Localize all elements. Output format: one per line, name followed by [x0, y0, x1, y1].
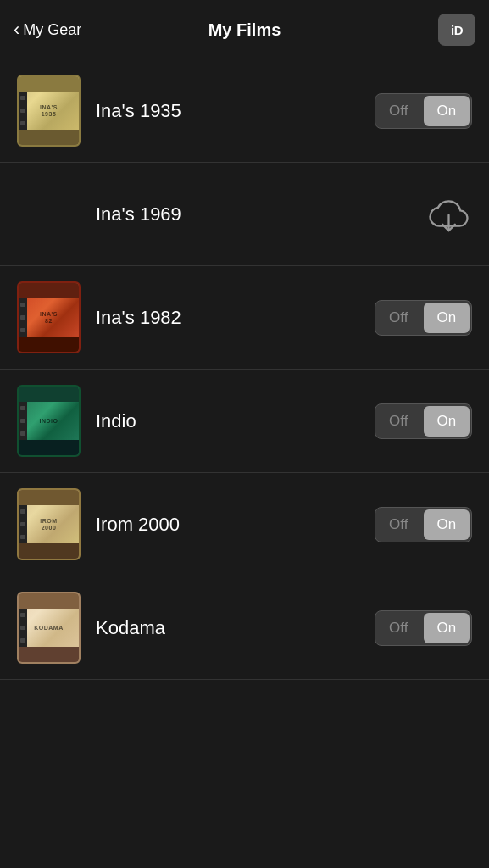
toggle-irom-2000[interactable]: Off On: [375, 507, 472, 542]
canister-label: INA'S82: [40, 310, 58, 325]
film-item-kodama: KODAMA Kodama Off On: [0, 576, 489, 680]
film-name: Irom 2000: [96, 514, 359, 536]
film-thumbnail-indio: INDIO: [17, 385, 81, 457]
sprocket-hole: [20, 638, 25, 643]
toggle-on-indio[interactable]: On: [424, 406, 470, 437]
toggle-on-kodama[interactable]: On: [424, 613, 470, 643]
film-thumbnail-inas-1935: Ina's1935: [17, 75, 81, 147]
film-name: Kodama: [96, 617, 359, 639]
toggle-inas-1982[interactable]: Off On: [375, 300, 472, 336]
canister-label: Ina's1935: [40, 103, 58, 118]
film-name: Ina's 1935: [96, 100, 359, 122]
film-name: Ina's 1969: [96, 203, 410, 225]
sprocket-hole: [20, 626, 25, 630]
toggle-off-inas-1982[interactable]: Off: [375, 301, 422, 335]
page-title: My Films: [208, 20, 281, 40]
sprocket-hole: [20, 315, 25, 320]
header: ‹ My Gear My Films iD: [0, 0, 489, 59]
film-thumbnail-inas-1982: INA'S82: [17, 281, 81, 353]
film-item-indio: INDIO Indio Off On: [0, 370, 489, 473]
canister-label: KODAMA: [34, 624, 64, 631]
film-thumbnail-irom-2000: IROM2000: [17, 488, 81, 560]
sprocket-hole: [20, 509, 25, 514]
toggle-on-irom-2000[interactable]: On: [424, 509, 470, 540]
sprocket-hole: [20, 522, 25, 526]
id-button[interactable]: iD: [438, 14, 475, 46]
back-button[interactable]: ‹ My Gear: [14, 19, 81, 41]
film-sprocket: [19, 298, 27, 337]
sprocket-hole: [20, 535, 25, 539]
sprocket-hole: [20, 303, 25, 307]
sprocket-hole: [20, 121, 25, 125]
film-sprocket: [19, 505, 27, 543]
film-name: Indio: [96, 410, 359, 432]
film-list: Ina's1935 Ina's 1935 Off On Ina's 1969: [0, 59, 489, 680]
film-thumbnail-kodama: KODAMA: [17, 592, 81, 664]
back-label: My Gear: [23, 21, 81, 39]
toggle-on-inas-1982[interactable]: On: [424, 303, 470, 333]
film-name: Ina's 1982: [96, 307, 359, 329]
canister-label: INDIO: [40, 417, 58, 424]
back-chevron-icon: ‹: [14, 19, 19, 41]
film-sprocket: [19, 609, 27, 647]
sprocket-hole: [20, 96, 25, 100]
sprocket-hole: [20, 108, 25, 113]
toggle-off-kodama[interactable]: Off: [375, 611, 422, 645]
film-item-inas-1935: Ina's1935 Ina's 1935 Off On: [0, 59, 489, 163]
toggle-off-indio[interactable]: Off: [375, 404, 422, 438]
sprocket-hole: [20, 406, 25, 410]
film-item-inas-1969: Ina's 1969: [0, 163, 489, 266]
toggle-kodama[interactable]: Off On: [375, 610, 472, 646]
canister-label: IROM2000: [40, 517, 57, 531]
toggle-inas-1935[interactable]: Off On: [375, 93, 472, 129]
sprocket-hole: [20, 328, 25, 332]
film-sprocket: [19, 402, 27, 440]
download-cloud-icon[interactable]: [425, 195, 472, 233]
toggle-on-inas-1935[interactable]: On: [424, 96, 470, 126]
film-sprocket: [19, 92, 27, 130]
sprocket-hole: [20, 431, 25, 436]
sprocket-hole: [20, 613, 25, 617]
film-item-irom-2000: IROM2000 Irom 2000 Off On: [0, 473, 489, 576]
sprocket-hole: [20, 419, 25, 423]
toggle-off-inas-1935[interactable]: Off: [375, 94, 422, 128]
toggle-indio[interactable]: Off On: [375, 403, 472, 439]
toggle-off-irom-2000[interactable]: Off: [375, 508, 422, 542]
film-item-inas-1982: INA'S82 Ina's 1982 Off On: [0, 266, 489, 370]
